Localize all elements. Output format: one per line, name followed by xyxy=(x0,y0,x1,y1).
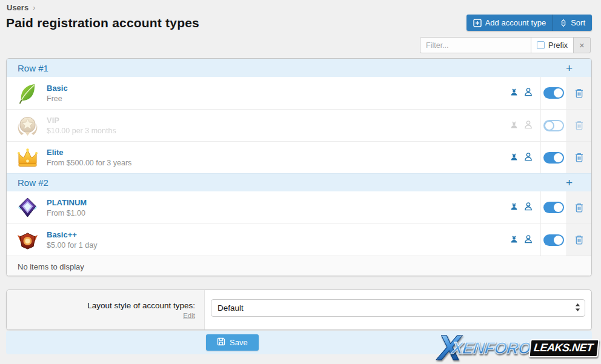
breadcrumb-users-link[interactable]: Users xyxy=(7,3,28,12)
prefix-label: Prefix xyxy=(548,41,568,50)
delete-button[interactable] xyxy=(566,142,591,173)
select-arrows-icon xyxy=(575,303,580,313)
account-type-subtitle: Free xyxy=(47,94,68,103)
sort-arrows-icon xyxy=(560,19,567,27)
row-text: Basic Free xyxy=(47,84,68,103)
upgraded-users-icon[interactable] xyxy=(510,120,519,131)
admin-page: Users › Paid registration account types … xyxy=(0,0,601,364)
enable-toggle-on[interactable] xyxy=(543,202,564,213)
gold-badge-icon xyxy=(16,114,39,137)
layout-style-select[interactable]: Default xyxy=(211,299,585,317)
account-type-title-link[interactable]: Basic xyxy=(47,84,68,93)
toggle-cell xyxy=(540,224,566,256)
platinum-diamond-icon xyxy=(16,196,39,219)
delete-button[interactable] xyxy=(566,77,591,109)
delete-button[interactable] xyxy=(566,191,591,223)
user-icon[interactable] xyxy=(524,87,533,99)
account-type-subtitle: $5.00 for 1 day xyxy=(47,241,97,250)
save-button[interactable]: Save xyxy=(206,334,259,351)
form-input-cell: Default xyxy=(205,290,591,329)
row-link-icons xyxy=(482,77,540,109)
row-main: Elite From $500.00 for 3 years xyxy=(7,142,482,173)
breadcrumb: Users › xyxy=(7,3,35,12)
trash-icon xyxy=(574,152,584,163)
row-1-header: Row #1 + xyxy=(7,59,591,77)
green-leaf-icon xyxy=(16,82,39,104)
watermark-suffix: LEAKS.NET xyxy=(529,339,600,357)
select-value: Default xyxy=(217,303,244,313)
account-type-title-link[interactable]: VIP xyxy=(47,116,116,125)
empty-list-message: No items to display xyxy=(7,256,591,276)
delete-button[interactable] xyxy=(566,224,591,256)
account-type-list: Row #1 + Basic Free xyxy=(6,58,592,276)
sort-label: Sort xyxy=(571,18,585,27)
toggle-cell xyxy=(540,142,566,173)
add-account-type-label: Add account type xyxy=(485,18,546,27)
edit-link[interactable]: Edit xyxy=(183,312,195,319)
add-account-type-button[interactable]: Add account type xyxy=(467,15,553,31)
row-2-header: Row #2 + xyxy=(7,173,591,191)
plus-square-icon xyxy=(473,19,482,27)
toggle-cell xyxy=(540,77,566,109)
row-link-icons xyxy=(482,110,540,141)
row-text: PLATINUM From $1.00 xyxy=(47,198,87,217)
delete-button[interactable] xyxy=(566,110,591,141)
user-icon[interactable] xyxy=(524,234,533,246)
gold-crown-icon xyxy=(16,147,39,169)
row-text: Basic++ $5.00 for 1 day xyxy=(47,230,97,250)
enable-toggle-on[interactable] xyxy=(543,234,564,246)
user-icon[interactable] xyxy=(524,202,533,213)
filter-input[interactable] xyxy=(420,37,531,53)
row-link-icons xyxy=(482,224,540,256)
account-type-title-link[interactable]: PLATINUM xyxy=(47,198,87,207)
enable-toggle-off[interactable] xyxy=(543,120,564,131)
account-type-subtitle: From $1.00 xyxy=(47,209,87,217)
row-link-icons xyxy=(482,142,540,173)
watermark-logo: X XENFORO LEAKS.NET xyxy=(437,334,599,362)
prefix-checkbox-group[interactable]: Prefix xyxy=(531,37,574,53)
trash-icon xyxy=(574,202,584,213)
row-main: VIP $10.00 per 3 months xyxy=(7,110,482,141)
account-type-title-link[interactable]: Basic++ xyxy=(47,230,97,239)
red-winged-badge-icon xyxy=(16,229,39,251)
row-2-add-button[interactable]: + xyxy=(566,177,573,188)
layout-style-label: Layout style of account types: xyxy=(87,301,195,310)
row-main: Basic++ $5.00 for 1 day xyxy=(7,224,482,256)
account-type-row-basic-plus-plus: Basic++ $5.00 for 1 day xyxy=(7,223,591,256)
clear-filter-button[interactable]: × xyxy=(573,37,591,53)
row-text: Elite From $500.00 for 3 years xyxy=(47,148,131,167)
row-1-add-button[interactable]: + xyxy=(566,62,573,74)
user-icon[interactable] xyxy=(524,152,533,164)
upgraded-users-icon[interactable] xyxy=(510,152,519,164)
toggle-cell xyxy=(540,191,566,223)
account-type-row-basic: Basic Free xyxy=(7,77,591,109)
upgraded-users-icon[interactable] xyxy=(510,202,519,213)
account-type-title-link[interactable]: Elite xyxy=(47,148,131,157)
toolbar: Add account type Sort xyxy=(467,15,592,31)
upgraded-users-icon[interactable] xyxy=(510,234,519,246)
upgraded-users-icon[interactable] xyxy=(510,87,519,99)
row-2-label: Row #2 xyxy=(18,177,48,188)
enable-toggle-on[interactable] xyxy=(543,152,564,164)
row-link-icons xyxy=(482,191,540,223)
filter-bar: Prefix × xyxy=(420,37,591,53)
account-type-subtitle: $10.00 per 3 months xyxy=(47,127,116,135)
row-main: PLATINUM From $1.00 xyxy=(7,191,482,223)
row-text: VIP $10.00 per 3 months xyxy=(47,116,116,135)
prefix-checkbox[interactable] xyxy=(537,41,545,49)
row-main: Basic Free xyxy=(7,77,482,109)
page-title: Paid registration account types xyxy=(6,16,199,30)
save-label: Save xyxy=(230,338,248,347)
layout-style-form: Layout style of account types: Edit Defa… xyxy=(6,290,592,330)
enable-toggle-on[interactable] xyxy=(543,87,564,99)
account-type-row-elite: Elite From $500.00 for 3 years xyxy=(7,141,591,173)
toggle-cell xyxy=(540,110,566,141)
user-icon[interactable] xyxy=(524,120,533,131)
account-type-row-vip: VIP $10.00 per 3 months xyxy=(7,109,591,141)
sort-button[interactable]: Sort xyxy=(553,15,592,31)
trash-icon xyxy=(574,234,584,245)
close-icon: × xyxy=(579,40,585,50)
account-type-row-platinum: PLATINUM From $1.00 xyxy=(7,191,591,223)
account-type-subtitle: From $500.00 for 3 years xyxy=(47,159,131,167)
form-label-cell: Layout style of account types: Edit xyxy=(7,290,205,329)
